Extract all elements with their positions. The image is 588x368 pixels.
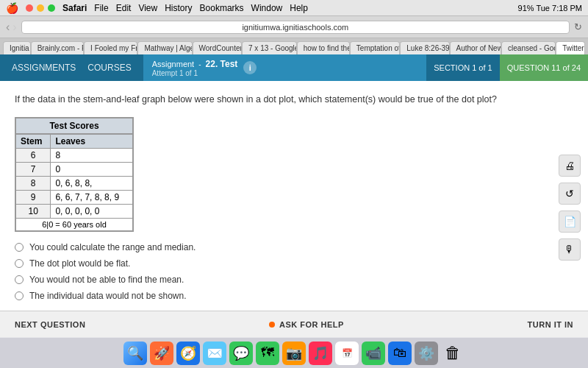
assignment-info: Assignment - 22. Test Attempt 1 of 1 <box>152 59 238 77</box>
url-text: ignitiumwa.ignitiaschools.com <box>242 23 348 32</box>
table-note: 6|0 = 60 years old <box>15 219 133 231</box>
print-button[interactable]: 🖨 <box>559 155 581 177</box>
answer-label-4: The individual data would not be shown. <box>29 291 186 301</box>
address-bar[interactable]: ignitiumwa.ignitiaschools.com <box>21 21 570 34</box>
radio-4[interactable] <box>15 291 24 300</box>
dock-maps[interactable]: 🗺 <box>256 342 279 365</box>
tab-luke[interactable]: Luke 8:26-39... <box>400 41 449 54</box>
dock-itunes[interactable]: 🎵 <box>309 342 332 365</box>
dock-calendar[interactable]: 📅 <box>335 342 359 365</box>
menu-history[interactable]: History <box>165 3 192 13</box>
bottom-bar: NEXT QUESTION ASK FOR HELP TURN IT IN <box>0 311 588 337</box>
tab-author[interactable]: Author of New... <box>450 41 502 54</box>
menu-bookmarks[interactable]: Bookmarks <box>200 3 244 13</box>
turn-it-in-button[interactable]: TURN IT IN <box>528 320 573 329</box>
tab-ignitia[interactable]: Ignitia <box>3 41 31 54</box>
answer-option-4[interactable]: The individual data would not be shown. <box>15 291 544 301</box>
table-row: 9 6, 6, 7, 7, 8, 8, 9 <box>16 190 133 204</box>
section-badge: SECTION 1 of 1 <box>426 54 499 81</box>
dock-mail[interactable]: ✉️ <box>203 342 226 365</box>
tab-cleansed[interactable]: cleansed - Goo... <box>501 41 556 54</box>
close-window-button[interactable] <box>26 4 33 12</box>
menu-safari[interactable]: Safari <box>62 3 87 13</box>
leaves-9: 6, 6, 7, 7, 8, 8, 9 <box>51 190 133 204</box>
ask-for-help-button[interactable]: ASK FOR HELP <box>279 320 344 329</box>
question-text: If the data in the stem-and-leaf graph b… <box>15 93 544 107</box>
answer-option-2[interactable]: The dot plot would be flat. <box>15 258 544 269</box>
answer-option-3[interactable]: You would not be able to find the mean. <box>15 275 544 285</box>
traffic-lights <box>26 4 55 12</box>
stem-9: 9 <box>16 190 51 204</box>
document-button[interactable]: 📄 <box>559 210 581 233</box>
menu-help[interactable]: Help <box>290 3 308 13</box>
tab-google[interactable]: 7 x 13 - Google... <box>242 41 297 54</box>
tab-howto[interactable]: how to find the... <box>297 41 350 54</box>
refresh-button[interactable]: ↺ <box>559 183 581 205</box>
next-question-button[interactable]: NEXT QUESTION <box>15 320 85 329</box>
dock-appstore[interactable]: 🛍 <box>388 342 412 365</box>
apple-logo: 🍎 <box>6 2 18 14</box>
content-area: If the data in the stem-and-leaf graph b… <box>0 81 588 311</box>
attempt-label: Attempt 1 of 1 <box>152 69 238 77</box>
tab-wordcounter[interactable]: WordCounter... <box>193 41 243 54</box>
dock: 🔍 🚀 🧭 ✉️ 💬 🗺 📷 🎵 📅 📹 🛍 ⚙️ 🗑 <box>0 337 588 368</box>
header-left: ASSIGNMENTS COURSES <box>0 54 143 81</box>
menu-bar: 🍎 Safari File Edit View History Bookmark… <box>0 0 588 16</box>
answer-label-3: You would not be able to find the mean. <box>29 275 184 285</box>
browser-chrome: ‹ › ignitiumwa.ignitiaschools.com ↻ <box>0 16 588 38</box>
menu-file[interactable]: File <box>94 3 108 13</box>
answer-option-1[interactable]: You could calculate the range and median… <box>15 242 544 252</box>
assignments-nav[interactable]: ASSIGNMENTS <box>12 63 76 73</box>
assignment-label: Assignment <box>152 60 194 68</box>
table-row: 10 0, 0, 0, 0, 0 <box>16 204 133 218</box>
col-leaves: Leaves <box>51 134 133 148</box>
table-row: 7 0 <box>16 162 133 176</box>
tab-twitter[interactable]: Twitter <box>556 41 585 54</box>
header-center: Assignment - 22. Test Attempt 1 of 1 i <box>143 54 427 81</box>
dock-safari[interactable]: 🧭 <box>176 342 200 365</box>
dock-launchpad[interactable]: 🚀 <box>150 342 173 365</box>
dock-facetime[interactable]: 📹 <box>362 342 385 365</box>
radio-3[interactable] <box>15 275 24 284</box>
menu-window[interactable]: Window <box>251 3 283 13</box>
tab-mathway[interactable]: Mathway | Alge... <box>137 41 192 54</box>
menu-view[interactable]: View <box>138 3 157 13</box>
minimize-window-button[interactable] <box>37 4 44 12</box>
mic-button[interactable]: 🎙 <box>559 238 581 261</box>
answer-label-2: The dot plot would be flat. <box>29 258 130 269</box>
tab-bar: Ignitia Brainly.com - F... I Fooled my F… <box>0 38 588 54</box>
tab-brainly[interactable]: Brainly.com - F... <box>31 41 84 54</box>
app-header: ASSIGNMENTS COURSES Assignment - 22. Tes… <box>0 54 588 81</box>
stem-8: 8 <box>16 176 51 190</box>
tab-fooled[interactable]: I Fooled my Fri... <box>84 41 137 54</box>
dock-messages[interactable]: 💬 <box>229 342 253 365</box>
dock-system-prefs[interactable]: ⚙️ <box>415 342 438 365</box>
reload-button[interactable]: ↻ <box>574 21 582 32</box>
courses-nav[interactable]: COURSES <box>87 63 131 73</box>
dock-photos[interactable]: 📷 <box>282 342 306 365</box>
info-icon[interactable]: i <box>243 61 257 74</box>
radio-1[interactable] <box>15 243 24 252</box>
leaves-7: 0 <box>51 162 133 176</box>
leaves-6: 8 <box>51 148 133 162</box>
stem-6: 6 <box>16 148 51 162</box>
table-row: 6 8 <box>16 148 133 162</box>
back-button[interactable]: ‹ <box>6 21 10 34</box>
tab-temptation[interactable]: Temptation of... <box>350 41 400 54</box>
dock-finder[interactable]: 🔍 <box>123 342 147 365</box>
stem-10: 10 <box>16 204 51 218</box>
forward-button[interactable]: › <box>12 21 16 34</box>
answer-label-1: You could calculate the range and median… <box>29 242 196 252</box>
dock-trash[interactable]: 🗑 <box>441 342 465 365</box>
radio-2[interactable] <box>15 259 24 268</box>
menu-edit[interactable]: Edit <box>116 3 132 13</box>
stem-leaf-table: Stem Leaves 6 8 7 0 <box>15 134 133 219</box>
ask-help-dot <box>269 322 275 328</box>
table-row: 8 0, 6, 8, 8, <box>16 176 133 190</box>
table-title: Test Scores <box>15 118 133 134</box>
answer-options: You could calculate the range and median… <box>15 242 544 301</box>
col-stem: Stem <box>16 134 51 148</box>
fullscreen-window-button[interactable] <box>48 4 55 12</box>
menu-bar-left: 🍎 Safari File Edit View History Bookmark… <box>6 2 308 14</box>
stem-leaf-container: Test Scores Stem Leaves 6 8 <box>15 117 544 232</box>
